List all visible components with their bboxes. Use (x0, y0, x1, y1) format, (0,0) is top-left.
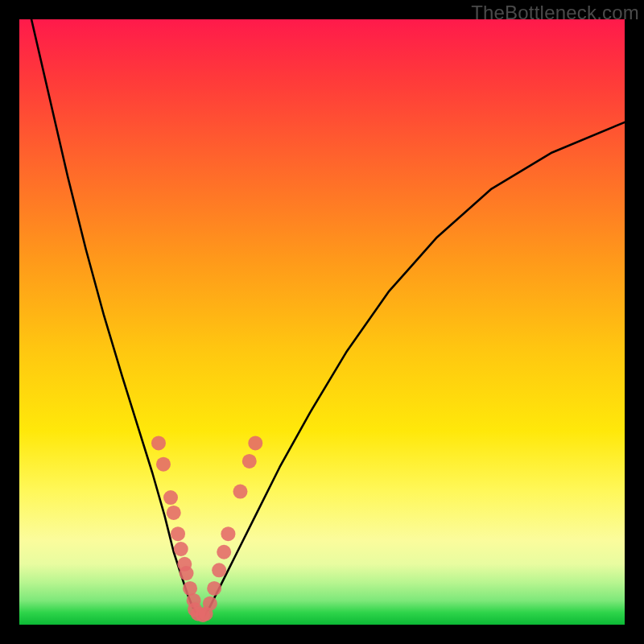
curve-left-branch (31, 19, 197, 616)
marker-dot (151, 436, 166, 450)
marker-dot (180, 566, 194, 580)
plot-area (19, 19, 625, 625)
marker-dot (163, 490, 178, 505)
marker-dot (167, 506, 181, 520)
marker-dot (156, 457, 171, 472)
curve-layer (19, 19, 625, 625)
marker-dot (203, 597, 217, 611)
marker-dot (171, 526, 185, 541)
marker-dot (217, 545, 231, 559)
watermark-text: TheBottleneck.com (471, 2, 639, 24)
marker-dot (212, 563, 226, 577)
curve-right-branch (204, 122, 625, 616)
marker-dot (174, 542, 188, 556)
curve-lines (31, 19, 625, 617)
marker-dot (242, 454, 257, 469)
chart-frame: TheBottleneck.com (0, 0, 644, 644)
marker-dot (207, 581, 221, 596)
marker-dot (233, 485, 247, 499)
marker-dot (248, 436, 262, 450)
marker-dot (221, 526, 235, 541)
